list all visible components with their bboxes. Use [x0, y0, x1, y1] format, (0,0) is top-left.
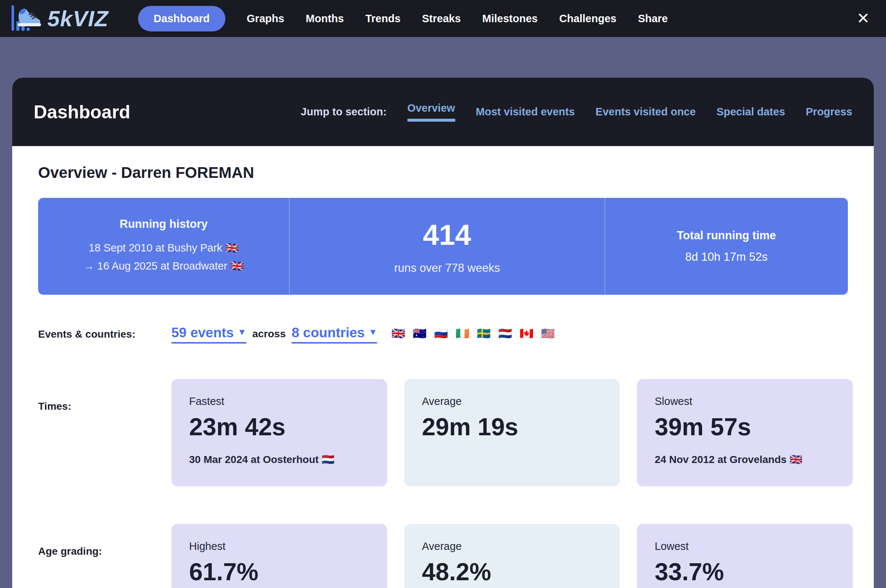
card-value: 39m 57s — [655, 413, 835, 441]
chevron-down-icon: ▼ — [238, 327, 247, 337]
country-flags: 🇬🇧 🇦🇺 🇷🇺 🇮🇪 🇸🇪 🇳🇱 🇨🇦 🇺🇸 — [391, 327, 557, 340]
events-link-text: 59 events — [171, 325, 234, 340]
across-label: across — [253, 328, 286, 340]
jump-link-overview[interactable]: Overview — [408, 102, 455, 122]
nav-item-share[interactable]: Share — [638, 13, 668, 25]
highest-age-grading-card: Highest 61.7% — [171, 524, 387, 588]
times-row: Times: Fastest 23m 42s 30 Mar 2024 at Oo… — [38, 379, 848, 486]
running-shoe-chart-logo-icon — [11, 3, 42, 34]
nav-item-streaks[interactable]: Streaks — [422, 13, 461, 25]
card-title: Slowest — [655, 395, 835, 408]
slowest-time-card: Slowest 39m 57s 24 Nov 2012 at Groveland… — [637, 379, 853, 486]
overview-section: Overview - Darren FOREMAN Running histor… — [12, 146, 874, 588]
total-running-time-title: Total running time — [677, 229, 776, 242]
nav-item-challenges[interactable]: Challenges — [559, 13, 617, 25]
age-grading-label: Age grading: — [38, 524, 171, 557]
nav-item-dashboard[interactable]: Dashboard — [138, 6, 225, 32]
card-date: 24 Nov 2012 at Grovelands 🇬🇧 — [655, 453, 835, 466]
running-history-title: Running history — [120, 218, 208, 231]
times-cards: Fastest 23m 42s 30 Mar 2024 at Oosterhou… — [171, 379, 853, 486]
dashboard-card: Dashboard Jump to section: Overview Most… — [12, 78, 874, 588]
close-icon[interactable]: ✕ — [857, 11, 870, 26]
countries-link-text: 8 countries — [292, 325, 364, 340]
page-title: Dashboard — [34, 101, 130, 123]
countries-dropdown-link[interactable]: 8 countries ▼ — [292, 325, 377, 344]
overview-heading: Overview - Darren FOREMAN — [38, 164, 848, 182]
nav-item-milestones[interactable]: Milestones — [482, 13, 538, 25]
total-running-time-value: 8d 10h 17m 52s — [685, 250, 767, 264]
card-title: Highest — [189, 540, 369, 552]
latest-run-line: → 16 Aug 2025 at Broadwater 🇬🇧 — [84, 257, 244, 275]
jump-to-section-label: Jump to section: — [301, 106, 387, 118]
average-age-grading-card: Average 48.2% — [404, 524, 620, 588]
dashboard-card-header: Dashboard Jump to section: Overview Most… — [12, 78, 874, 146]
runs-count: 414 — [423, 218, 471, 252]
jump-link-progress[interactable]: Progress — [806, 106, 852, 118]
card-title: Average — [422, 540, 602, 552]
average-time-card: Average 29m 19s — [404, 379, 620, 486]
lowest-age-grading-card: Lowest 33.7% — [637, 524, 853, 588]
nav-item-months[interactable]: Months — [306, 13, 344, 25]
events-countries-row: Events & countries: 59 events ▼ across 8… — [38, 325, 848, 344]
times-label: Times: — [38, 379, 171, 412]
events-countries-label: Events & countries: — [38, 328, 171, 340]
brand: 5kVIZ — [11, 3, 123, 34]
chevron-down-icon: ▼ — [369, 327, 378, 337]
running-history-block: Running history 18 Sept 2010 at Bushy Pa… — [38, 198, 289, 295]
card-date: 30 Mar 2024 at Oosterhout 🇳🇱 — [189, 453, 369, 466]
jump-link-most-visited-events[interactable]: Most visited events — [476, 106, 575, 118]
brand-name: 5kVIZ — [47, 6, 123, 32]
card-title: Average — [422, 395, 602, 408]
events-countries-links: 59 events ▼ across 8 countries ▼ 🇬🇧 🇦🇺 🇷… — [171, 325, 557, 344]
card-value: 33.7% — [655, 558, 835, 586]
nav-item-trends[interactable]: Trends — [365, 13, 400, 25]
runs-count-subtitle: runs over 778 weeks — [394, 261, 500, 275]
card-value: 48.2% — [422, 558, 602, 586]
jump-link-events-visited-once[interactable]: Events visited once — [596, 106, 696, 118]
nav-item-graphs[interactable]: Graphs — [247, 13, 284, 25]
card-title: Lowest — [655, 540, 835, 552]
card-value: 61.7% — [189, 558, 369, 586]
summary-banner: Running history 18 Sept 2010 at Bushy Pa… — [38, 198, 848, 295]
age-grading-row: Age grading: Highest 61.7% Average 48.2%… — [38, 524, 848, 588]
first-run-line: 18 Sept 2010 at Bushy Park 🇬🇧 — [89, 239, 238, 257]
age-grading-cards: Highest 61.7% Average 48.2% Lowest 33.7% — [171, 524, 853, 588]
card-value: 23m 42s — [189, 413, 369, 441]
total-running-time-block: Total running time 8d 10h 17m 52s — [605, 198, 848, 295]
fastest-time-card: Fastest 23m 42s 30 Mar 2024 at Oosterhou… — [171, 379, 387, 486]
events-dropdown-link[interactable]: 59 events ▼ — [171, 325, 247, 344]
jump-to-section-nav: Jump to section: Overview Most visited e… — [301, 102, 852, 122]
jump-link-special-dates[interactable]: Special dates — [716, 106, 785, 118]
card-value: 29m 19s — [422, 413, 602, 441]
runs-count-block: 414 runs over 778 weeks — [289, 198, 605, 295]
nav-links: Dashboard Graphs Months Trends Streaks M… — [138, 6, 668, 32]
top-navbar: 5kVIZ Dashboard Graphs Months Trends Str… — [0, 0, 886, 37]
card-title: Fastest — [189, 395, 369, 408]
